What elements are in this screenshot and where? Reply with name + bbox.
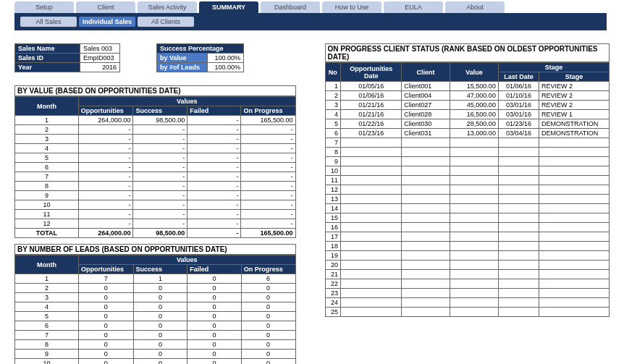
- cell-value: [450, 157, 499, 166]
- cell-prog: -: [241, 191, 295, 200]
- cell-stage: [539, 138, 609, 148]
- cell-prog: 6: [241, 274, 295, 284]
- cell-date: [341, 176, 402, 185]
- tab-sales-activity[interactable]: Sales Activity: [138, 1, 197, 13]
- cell-date: 01/05/16: [341, 82, 402, 91]
- cell-month: 11: [15, 210, 79, 219]
- cell-fail: -: [187, 135, 241, 144]
- cell-value: 15,500.00: [450, 82, 499, 91]
- cell-date: [341, 270, 402, 279]
- cell-suc: -: [133, 191, 187, 200]
- cell-total-fail: -: [187, 229, 241, 238]
- subtab-individual-sales[interactable]: Individual Sales: [79, 17, 135, 27]
- tab-summary[interactable]: SUMMARY: [199, 1, 258, 13]
- table-row: 401/21/16Client02816,500.0003/01/16REVIE…: [325, 110, 609, 119]
- sales-id-label: Sales ID: [15, 54, 80, 63]
- cell-opp: 0: [78, 312, 133, 321]
- cell-month: 6: [15, 163, 79, 172]
- table-row: 7: [325, 138, 609, 148]
- cell-stage: [539, 279, 609, 289]
- cell-value: [450, 232, 499, 242]
- cell-last: [498, 148, 539, 157]
- table-row: 601/23/16Client03113,000.0003/04/16DEMON…: [325, 129, 609, 138]
- cell-month: 8: [15, 182, 79, 191]
- table-row: 80000: [15, 340, 296, 350]
- cell-suc: -: [133, 172, 187, 182]
- cell-client: [402, 223, 450, 232]
- cell-fail: -: [187, 200, 241, 210]
- cell-month: 2: [15, 125, 79, 135]
- cell-suc: -: [133, 135, 187, 144]
- cell-date: [341, 157, 402, 166]
- cell-client: [402, 279, 450, 289]
- cell-prog: 0: [241, 331, 295, 340]
- year-value[interactable]: 2016: [80, 63, 120, 72]
- tab-dashboard[interactable]: Dashboard: [261, 1, 320, 13]
- cell-value: [450, 308, 499, 317]
- cell-no: 23: [325, 289, 341, 298]
- cell-last: [498, 213, 539, 223]
- cell-prog: -: [241, 144, 295, 153]
- cell-date: 01/21/16: [341, 101, 402, 110]
- by-value-table: Month Values Opportunities Success Faile…: [14, 96, 296, 238]
- cell-suc: 98,500.00: [133, 116, 187, 125]
- cell-value: [450, 251, 499, 261]
- cell-date: [341, 213, 402, 223]
- table-row: 11----: [15, 210, 296, 219]
- cell-last: [498, 157, 539, 166]
- cell-suc: 1: [133, 274, 187, 284]
- tab-how-to-use[interactable]: How to Use: [322, 1, 381, 13]
- tab-client[interactable]: Client: [76, 1, 135, 13]
- tab-eula[interactable]: EULA: [384, 1, 443, 13]
- cell-value: [450, 298, 499, 308]
- table-row: 15: [325, 213, 609, 223]
- tab-about[interactable]: About: [445, 1, 505, 13]
- table-row: 2----: [15, 125, 296, 135]
- cell-prog: -: [241, 163, 295, 172]
- subtab-all-clients[interactable]: All Clients: [138, 17, 194, 27]
- sub-tab-ribbon: All SalesIndividual SalesAll Clients: [14, 13, 607, 30]
- col-values2: Values: [78, 255, 295, 265]
- cell-client: [402, 157, 450, 166]
- cell-prog: -: [241, 210, 295, 219]
- cell-suc: -: [133, 125, 187, 135]
- table-row: 50000: [15, 312, 296, 321]
- cell-fail: -: [187, 210, 241, 219]
- table-row: 40000: [15, 302, 296, 312]
- cell-value: [450, 242, 499, 251]
- tab-setup[interactable]: Setup: [14, 1, 74, 13]
- cell-suc: -: [133, 200, 187, 210]
- cell-value: [450, 204, 499, 213]
- cell-opp: 0: [78, 350, 133, 359]
- cell-last: [498, 176, 539, 185]
- table-row: 12: [325, 185, 609, 195]
- by-leads-table: Month Values Opportunities Success Faile…: [14, 255, 296, 364]
- table-row: 60000: [15, 321, 296, 331]
- cell-suc: -: [133, 210, 187, 219]
- subtab-all-sales[interactable]: All Sales: [20, 17, 77, 27]
- cell-total-prog: 165,500.00: [241, 229, 295, 238]
- by-leads-title: BY NUMBER OF LEADS (BASED ON OPPORTUNITI…: [14, 244, 296, 255]
- cell-no: 13: [325, 195, 341, 204]
- table-row: 16: [325, 223, 609, 232]
- table-row: 501/22/16Client03028,500.0001/23/16DEMON…: [325, 119, 609, 129]
- table-row: 17: [325, 232, 609, 242]
- cell-client: [402, 204, 450, 213]
- cell-prog: -: [241, 200, 295, 210]
- cell-stage: [539, 148, 609, 157]
- cell-no: 12: [325, 185, 341, 195]
- cell-month: 5: [15, 153, 79, 163]
- table-row: 101/05/16Client00115,500.0001/06/16REVIE…: [325, 82, 609, 91]
- cell-stage: [539, 195, 609, 204]
- cell-stage: REVIEW 1: [539, 110, 609, 119]
- cell-date: [341, 242, 402, 251]
- cell-last: [498, 166, 539, 176]
- cell-client: [402, 166, 450, 176]
- sales-name-value[interactable]: Sales 003: [80, 44, 120, 54]
- cell-no: 22: [325, 279, 341, 289]
- cell-opp: -: [78, 135, 133, 144]
- cell-suc: 0: [133, 302, 187, 312]
- cell-opp: -: [78, 163, 133, 172]
- cell-prog: 165,500.00: [241, 116, 295, 125]
- cell-month: 10: [15, 200, 79, 210]
